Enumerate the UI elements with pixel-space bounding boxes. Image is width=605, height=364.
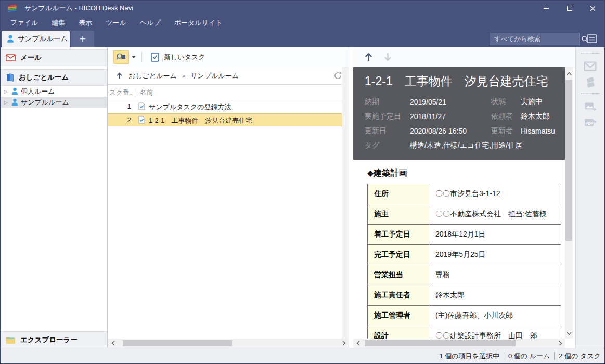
horizontal-scrollbar[interactable] — [353, 339, 565, 348]
column-header-task-number[interactable]: スク番... — [109, 88, 133, 97]
chevron-right-icon — [559, 341, 562, 346]
task-icon — [138, 102, 145, 110]
column-divider[interactable] — [135, 88, 135, 97]
export-image-button[interactable] — [584, 98, 597, 114]
plan-label: 施主 — [368, 204, 429, 225]
toolbar-separator — [141, 52, 142, 62]
table-row: 住所 〇〇市汐見台3-1-12 — [368, 184, 561, 204]
task-row-selected[interactable]: 2 1-2-1 工事物件 汐見台建売住宅 — [108, 113, 349, 126]
scrollbar-thumb[interactable] — [565, 80, 572, 241]
task-name: 1-2-1 工事物件 汐見台建売住宅 — [149, 116, 252, 125]
tasks-panel: 新しいタスク おしごとルーム > サンプルルーム スク番... 名前 1 — [108, 47, 349, 348]
plan-value: 2019年5月25日 — [429, 245, 561, 265]
table-row: 施主 〇〇不動産株式会社 担当:佐藤様 — [368, 204, 561, 225]
menu-item-tools[interactable]: ツール — [103, 17, 129, 29]
window-title: サンプルルーム - RICOH Desk Navi — [24, 4, 133, 13]
preview-icon — [116, 53, 127, 61]
expander-icon[interactable]: ▷ — [4, 100, 9, 105]
scroll-right-button[interactable] — [339, 339, 349, 348]
meta-row: 実施予定日 2018/11/27 依頼者 鈴木太郎 — [353, 109, 565, 124]
up-arrow-icon[interactable] — [115, 72, 123, 80]
plan-value: 〇〇不動産株式会社 担当:佐藤様 — [429, 204, 561, 225]
task-number: 2 — [108, 116, 131, 124]
dropdown-caret-icon[interactable] — [132, 56, 136, 58]
send-mail-button[interactable] — [584, 58, 597, 74]
horizontal-scrollbar[interactable] — [108, 339, 349, 348]
meta-label: タグ — [365, 141, 410, 150]
minimize-button[interactable] — [534, 1, 558, 16]
plan-value: 鈴木太郎 — [429, 285, 561, 306]
breadcrumb-item-workrooms[interactable]: おしごとルーム — [128, 71, 177, 81]
scrollbar-thumb[interactable] — [123, 340, 232, 346]
scroll-right-button[interactable] — [556, 339, 565, 348]
folder-icon — [6, 336, 16, 344]
main-area: メール おしごとルーム ▷ 個人ルーム ▷ サンプルルーム エクスプローラー — [1, 47, 604, 348]
plan-label: 施工責任者 — [368, 285, 429, 306]
meta-label: 更新者 — [491, 126, 521, 136]
table-row: 施工責任者 鈴木太郎 — [368, 285, 561, 306]
vertical-scrollbar[interactable] — [565, 67, 573, 339]
panel-list-button[interactable] — [586, 34, 598, 44]
tree-item-personal-room[interactable]: ▷ 個人ルーム — [1, 86, 107, 97]
breadcrumb-item-sample-room[interactable]: サンプルルーム — [190, 71, 239, 81]
next-item-button[interactable] — [383, 52, 393, 62]
plan-label: 営業担当 — [368, 265, 429, 285]
scrollbar-thumb[interactable] — [365, 340, 516, 346]
search-input[interactable] — [490, 35, 581, 43]
chevron-left-icon — [356, 341, 360, 346]
sidebar-item-workrooms[interactable]: おしごとルーム — [1, 69, 107, 86]
minimize-icon — [544, 8, 549, 9]
meta-value: 鈴木太郎 — [521, 112, 565, 121]
scroll-left-button[interactable] — [108, 339, 118, 348]
menu-item-file[interactable]: ファイル — [8, 17, 41, 29]
sidebar-item-mail[interactable]: メール — [1, 49, 107, 66]
menu-item-portal-site[interactable]: ポータルサイト — [172, 17, 225, 29]
plan-label: 設計 — [368, 326, 429, 339]
chevron-up-icon — [567, 72, 572, 75]
action-icon-strip: PDF — [575, 47, 604, 348]
app-window: サンプルルーム - RICOH Desk Navi ファイル 編集 表示 ツール… — [0, 0, 605, 364]
print-button[interactable] — [584, 74, 597, 91]
sidebar-item-explorer[interactable]: エクスプローラー — [1, 331, 107, 348]
breadcrumb-separator: > — [182, 73, 185, 79]
meta-label: 納期 — [365, 97, 410, 107]
scroll-up-button[interactable] — [565, 69, 573, 77]
meta-label: 更新日 — [365, 126, 410, 136]
task-icon — [138, 116, 145, 124]
scroll-left-button[interactable] — [353, 339, 363, 348]
table-row: 着工予定日 2018年12月1日 — [368, 225, 561, 245]
new-tab-button[interactable]: + — [71, 31, 94, 47]
plan-label: 住所 — [368, 184, 429, 204]
title-bar: サンプルルーム - RICOH Desk Navi — [1, 1, 604, 16]
detail-nav-bar — [353, 47, 575, 67]
preview-toggle-button[interactable] — [113, 50, 129, 64]
menu-item-edit[interactable]: 編集 — [49, 17, 68, 29]
menu-item-help[interactable]: ヘルプ — [137, 17, 163, 29]
close-icon — [590, 6, 596, 11]
mail-icon — [584, 61, 597, 71]
maximize-button[interactable] — [558, 1, 581, 16]
menu-item-view[interactable]: 表示 — [76, 17, 95, 29]
scroll-down-button[interactable] — [565, 329, 573, 337]
table-row: 完工予定日 2019年5月25日 — [368, 245, 561, 265]
expander-icon[interactable]: ▷ — [4, 89, 9, 94]
tree-item-sample-room[interactable]: ▷ サンプルルーム — [1, 97, 107, 108]
tab-sample-room[interactable]: サンプルルーム — [2, 31, 70, 47]
status-room-count: 0 個の ルーム — [508, 352, 550, 361]
meta-value: 2020/08/26 16:50 — [410, 127, 491, 135]
new-task-button[interactable]: 新しいタスク — [148, 51, 209, 63]
refresh-button[interactable] — [333, 71, 342, 80]
meta-value-tags: 構造/木造,仕様/エコ住宅,用途/住居 — [410, 141, 565, 150]
status-bar: 1 個の項目を選択中 0 個の ルーム 2 個の タスク — [1, 348, 604, 363]
task-row[interactable]: 1 サンプルタスクの登録方法 — [108, 100, 349, 113]
prev-item-button[interactable] — [364, 52, 374, 62]
printer-icon — [584, 77, 597, 88]
column-header-name[interactable]: 名前 — [140, 88, 153, 97]
status-task-count: 2 個の タスク — [559, 352, 601, 361]
vertical-scrollbar-track[interactable] — [342, 67, 349, 339]
close-button[interactable] — [581, 1, 604, 16]
task-detail-panel: 1-2-1 工事物件 汐見台建売住宅 納期 2019/05/21 状態 実施中 … — [353, 47, 575, 348]
export-pdf-button[interactable]: PDF — [584, 114, 597, 131]
status-separator — [504, 352, 504, 360]
plan-label: 着工予定日 — [368, 225, 429, 245]
